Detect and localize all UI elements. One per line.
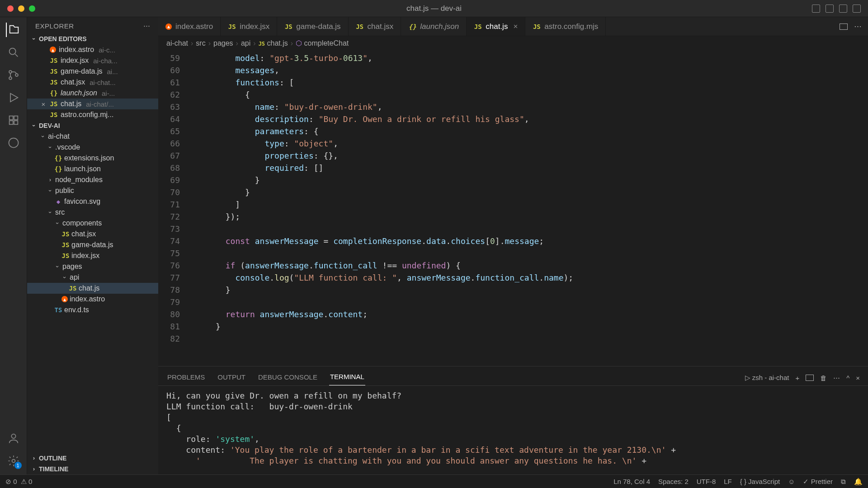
status-language[interactable]: { } JavaScript <box>740 478 780 485</box>
minimize-window-icon[interactable] <box>18 5 24 12</box>
tree-item[interactable]: JSchat.jsx <box>27 229 158 239</box>
maximize-panel-icon[interactable]: ^ <box>846 374 849 382</box>
code-content[interactable]: model: "gpt-3.5-turbo-0613", messages, f… <box>186 50 868 366</box>
tree-item[interactable]: ›.vscode <box>27 142 158 153</box>
outline-header[interactable]: › OUTLINE <box>27 453 158 464</box>
file-icon: JS <box>474 23 482 30</box>
editor-tab[interactable]: ▲index.astro <box>158 17 221 36</box>
layout-split-icon[interactable] <box>839 5 847 13</box>
panel-tab[interactable]: TERMINAL <box>329 370 365 385</box>
breadcrumb-item[interactable]: ⬡ completeChat <box>296 39 349 47</box>
breadcrumb[interactable]: ai-chat›src›pages›api›JS chat.js›⬡ compl… <box>158 36 868 50</box>
code-editor[interactable]: 5960616263646566676869707172737475767778… <box>158 50 868 366</box>
sidebar-more-icon[interactable]: ⋯ <box>143 22 151 30</box>
file-icon: TS <box>54 306 62 314</box>
layout-grid-icon[interactable] <box>853 5 861 13</box>
accounts-icon[interactable] <box>6 431 21 446</box>
split-terminal-icon[interactable] <box>806 375 814 381</box>
panel-tab[interactable]: DEBUG CONSOLE <box>257 371 318 385</box>
tree-item[interactable]: ◆favicon.svg <box>27 196 158 207</box>
panel: PROBLEMSOUTPUTDEBUG CONSOLETERMINAL▷ zsh… <box>158 366 868 474</box>
close-panel-icon[interactable]: × <box>856 374 860 382</box>
more-icon[interactable]: ⋯ <box>833 374 840 382</box>
terminal-launch-profile[interactable]: ▷ zsh - ai-chat <box>745 374 789 382</box>
tree-item[interactable]: ›pages <box>27 261 158 272</box>
tab-more-icon[interactable]: ⋯ <box>854 22 862 31</box>
editor-tab[interactable]: JSchat.js× <box>467 17 525 36</box>
tree-item[interactable]: ›components <box>27 218 158 229</box>
open-editor-item[interactable]: ×JSchat.jsai-chat/... <box>27 99 158 109</box>
split-editor-icon[interactable] <box>840 23 848 30</box>
tree-item[interactable]: JSindex.jsx <box>27 250 158 261</box>
breadcrumb-item[interactable]: JS chat.js <box>259 39 288 47</box>
remote-icon[interactable] <box>6 136 21 150</box>
panel-tab[interactable]: OUTPUT <box>217 371 246 385</box>
run-debug-icon[interactable] <box>6 90 21 105</box>
tree-item[interactable]: {}launch.json <box>27 164 158 174</box>
panel-tab[interactable]: PROBLEMS <box>166 371 206 385</box>
tree-item[interactable]: ›ai-chat <box>27 131 158 142</box>
open-editor-item[interactable]: JSastro.config.mj... <box>27 109 158 120</box>
settings-gear-icon[interactable] <box>6 454 21 468</box>
open-editor-item[interactable]: {}launch.jsonai-... <box>27 88 158 99</box>
tab-label: astro.config.mjs <box>544 22 598 31</box>
tab-label: chat.jsx <box>368 22 394 31</box>
tree-item[interactable]: ›api <box>27 272 158 283</box>
editor-tab[interactable]: JSindex.jsx <box>221 17 277 36</box>
breadcrumb-item[interactable]: ai-chat <box>166 39 188 47</box>
open-editor-item[interactable]: JSchat.jsxai-chat... <box>27 77 158 88</box>
close-icon[interactable]: × <box>513 22 518 31</box>
tree-item[interactable]: JSchat.js <box>27 283 158 294</box>
status-encoding[interactable]: UTF-8 <box>697 478 716 485</box>
editor-tab[interactable]: JSgame-data.js <box>277 17 348 36</box>
close-icon[interactable]: × <box>40 100 47 108</box>
layout-panel-icon[interactable] <box>812 5 820 13</box>
status-prettier[interactable]: ✓ Prettier <box>803 478 833 486</box>
breadcrumb-item[interactable]: src <box>196 39 205 47</box>
open-editors-header[interactable]: › OPEN EDITORS <box>27 33 158 44</box>
tree-label: pages <box>62 263 82 271</box>
editor-tab[interactable]: JSastro.config.mjs <box>525 17 606 36</box>
zoom-window-icon[interactable] <box>29 5 35 12</box>
sidebar: EXPLORER ⋯ › OPEN EDITORS ▲index.astroai… <box>27 17 158 474</box>
editor-area: ▲index.astroJSindex.jsxJSgame-data.jsJSc… <box>158 17 868 474</box>
editor-tab[interactable]: JSchat.jsx <box>349 17 401 36</box>
open-editor-label: chat.jsx <box>61 78 85 86</box>
tree-item[interactable]: TSenv.d.ts <box>27 305 158 315</box>
tree-item[interactable]: ▲index.astro <box>27 294 158 305</box>
terminal-output[interactable]: Hi, can you give Dr. owen a refill on my… <box>158 386 868 474</box>
breadcrumb-item[interactable]: api <box>241 39 250 47</box>
tree-label: env.d.ts <box>64 306 89 314</box>
explorer-icon[interactable] <box>6 23 20 37</box>
source-control-icon[interactable] <box>6 68 21 82</box>
file-icon: ▲ <box>50 47 56 53</box>
breadcrumb-item[interactable]: pages <box>213 39 233 47</box>
new-terminal-icon[interactable]: + <box>795 374 799 382</box>
status-feedback-icon[interactable]: ☺ <box>788 478 795 485</box>
window-title: chat.js — dev-ai <box>406 4 462 13</box>
status-bell-icon[interactable]: 🔔 <box>854 478 863 486</box>
status-errors[interactable]: ⊘ 0 ⚠ 0 <box>5 478 32 486</box>
tab-bar: ▲index.astroJSindex.jsxJSgame-data.jsJSc… <box>158 17 868 36</box>
extensions-icon[interactable] <box>6 113 21 127</box>
project-header[interactable]: › DEV-AI <box>27 120 158 131</box>
timeline-header[interactable]: › TIMELINE <box>27 464 158 474</box>
open-editor-item[interactable]: JSgame-data.jsai... <box>27 66 158 77</box>
tree-item[interactable]: JSgame-data.js <box>27 239 158 250</box>
timeline-label: TIMELINE <box>39 465 68 473</box>
tree-item[interactable]: {}extensions.json <box>27 153 158 164</box>
layout-sidebar-icon[interactable] <box>826 5 834 13</box>
tree-item[interactable]: ›public <box>27 185 158 196</box>
search-icon[interactable] <box>6 45 21 60</box>
close-window-icon[interactable] <box>7 5 14 12</box>
status-indent[interactable]: Spaces: 2 <box>658 478 689 485</box>
open-editor-item[interactable]: JSindex.jsxai-cha... <box>27 55 158 66</box>
tree-item[interactable]: ›src <box>27 207 158 218</box>
kill-terminal-icon[interactable]: 🗑 <box>820 374 827 382</box>
tree-item[interactable]: ›node_modules <box>27 174 158 185</box>
status-eol[interactable]: LF <box>724 478 732 485</box>
editor-tab[interactable]: {}launch.json <box>401 17 467 36</box>
status-broadcast-icon[interactable]: ⧉ <box>841 478 846 486</box>
open-editor-item[interactable]: ▲index.astroai-c... <box>27 44 158 55</box>
status-cursor-pos[interactable]: Ln 78, Col 4 <box>613 478 650 485</box>
